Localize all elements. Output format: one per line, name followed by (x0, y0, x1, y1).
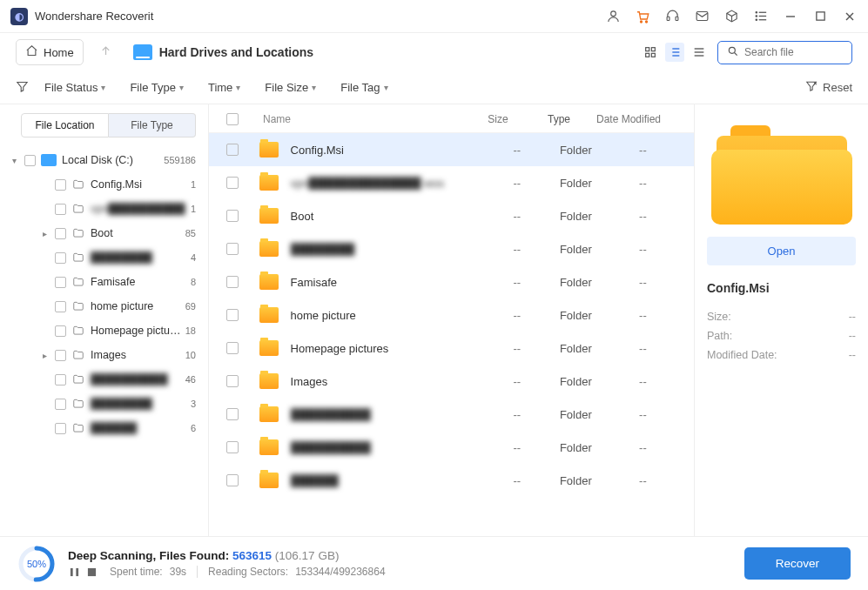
tree-item[interactable]: vpn██████████1 (0, 197, 208, 221)
file-row[interactable]: ██████--Folder-- (209, 464, 694, 497)
stop-icon[interactable] (85, 566, 98, 578)
file-size: -- (492, 276, 542, 289)
tree-checkbox[interactable] (55, 179, 66, 191)
file-date: -- (609, 177, 676, 190)
file-row[interactable]: ████████--Folder-- (209, 232, 694, 265)
home-icon (25, 44, 38, 60)
folder-icon (259, 439, 279, 455)
folder-icon (259, 241, 279, 257)
view-compact-icon[interactable] (690, 43, 709, 62)
funnel-icon[interactable] (16, 80, 29, 96)
svg-rect-3 (667, 17, 670, 20)
tree-checkbox[interactable] (55, 325, 66, 337)
tree-checkbox[interactable] (55, 301, 66, 312)
user-icon[interactable] (605, 9, 621, 24)
tree-checkbox[interactable] (24, 155, 36, 166)
row-checkbox[interactable] (226, 441, 239, 453)
file-row[interactable]: vpn██████████████ wos--Folder-- (209, 166, 694, 199)
minimize-icon[interactable] (783, 9, 798, 24)
mail-icon[interactable] (694, 9, 710, 24)
filter-file-tag[interactable]: File Tag▾ (340, 81, 387, 94)
tree-checkbox[interactable] (55, 399, 66, 410)
open-button[interactable]: Open (707, 237, 856, 265)
tree-checkbox[interactable] (55, 423, 66, 434)
scan-headline: Deep Scanning, Files Found: 563615 (106.… (68, 549, 386, 562)
svg-point-1 (641, 21, 643, 23)
file-name: vpn██████████████ wos (291, 177, 492, 190)
reset-icon (805, 80, 818, 95)
tab-file-type[interactable]: File Type (109, 113, 196, 137)
filter-file-status[interactable]: File Status▾ (44, 81, 105, 94)
tree-root[interactable]: ▾Local Disk (C:)559186 (0, 148, 208, 172)
file-row[interactable]: Homepage pictures--Folder-- (209, 332, 694, 365)
tree-item[interactable]: home picture69 (0, 294, 208, 318)
file-row[interactable]: home picture--Folder-- (209, 298, 694, 332)
maximize-icon[interactable] (812, 9, 828, 24)
file-row[interactable]: Images--Folder-- (209, 365, 694, 398)
col-name[interactable]: Name (263, 113, 472, 125)
row-checkbox[interactable] (226, 177, 239, 189)
filter-file-type[interactable]: File Type▾ (130, 81, 184, 94)
file-name: ████████ (291, 243, 492, 256)
tree-checkbox[interactable] (55, 374, 66, 386)
preview-date-label: Modified Date: (707, 349, 777, 361)
tree-item[interactable]: ████████3 (0, 392, 208, 416)
filter-time[interactable]: Time▾ (208, 81, 240, 94)
headset-icon[interactable] (664, 9, 680, 24)
tree-item[interactable]: ██████6 (0, 416, 208, 440)
select-all-checkbox[interactable] (226, 113, 239, 125)
file-row[interactable]: ██████████--Folder-- (209, 431, 694, 464)
cube-icon[interactable] (723, 9, 739, 24)
row-checkbox[interactable] (226, 408, 239, 420)
tree-checkbox[interactable] (55, 228, 66, 239)
tree-checkbox[interactable] (55, 204, 66, 215)
tree-item[interactable]: ▸Images10 (0, 343, 208, 367)
row-checkbox[interactable] (226, 474, 239, 486)
pause-icon[interactable] (68, 566, 80, 578)
home-button[interactable]: Home (16, 39, 84, 65)
tree-checkbox[interactable] (55, 252, 66, 264)
col-size[interactable]: Size (472, 113, 524, 125)
tree-checkbox[interactable] (55, 350, 66, 361)
file-size: -- (492, 375, 542, 388)
tree-item[interactable]: Config.Msi1 (0, 172, 208, 197)
file-row[interactable]: Boot--Folder-- (209, 199, 694, 232)
row-checkbox[interactable] (226, 309, 239, 321)
app-logo: ◐ (10, 8, 28, 25)
file-row[interactable]: ██████████--Folder-- (209, 398, 694, 431)
col-type[interactable]: Type (524, 113, 594, 125)
filter-file-size[interactable]: File Size▾ (265, 81, 316, 94)
cart-icon[interactable] (635, 9, 650, 24)
tree-item[interactable]: ▸Boot85 (0, 221, 208, 245)
row-checkbox[interactable] (226, 342, 239, 354)
file-row[interactable]: Famisafe--Folder-- (209, 265, 694, 298)
tab-file-location[interactable]: File Location (21, 113, 109, 137)
row-checkbox[interactable] (226, 243, 239, 255)
row-checkbox[interactable] (226, 144, 239, 156)
close-icon[interactable] (842, 9, 858, 24)
recover-button[interactable]: Recover (744, 547, 851, 580)
tree-item[interactable]: ██████████46 (0, 367, 208, 392)
folder-icon (71, 398, 85, 410)
preview-path-value: -- (849, 330, 856, 342)
view-list-icon[interactable] (665, 43, 684, 62)
list-icon[interactable] (753, 9, 769, 24)
file-row[interactable]: Config.Msi--Folder-- (209, 133, 694, 166)
tree-item[interactable]: Famisafe8 (0, 270, 208, 294)
row-checkbox[interactable] (226, 375, 239, 387)
tree-checkbox[interactable] (55, 277, 66, 288)
tree-item[interactable]: Homepage pictures18 (0, 318, 208, 343)
svg-rect-17 (651, 48, 655, 51)
col-date[interactable]: Date Modified (594, 113, 663, 125)
tree-item[interactable]: ████████4 (0, 245, 208, 270)
view-grid-icon[interactable] (641, 43, 660, 62)
row-checkbox[interactable] (226, 276, 239, 288)
reset-button[interactable]: Reset (805, 80, 852, 95)
svg-point-0 (610, 11, 616, 17)
search-box[interactable] (717, 41, 852, 64)
up-arrow-icon[interactable] (99, 44, 112, 60)
file-name: Boot (291, 210, 492, 223)
row-checkbox[interactable] (226, 210, 239, 222)
file-date: -- (609, 342, 676, 355)
search-input[interactable] (744, 46, 840, 58)
